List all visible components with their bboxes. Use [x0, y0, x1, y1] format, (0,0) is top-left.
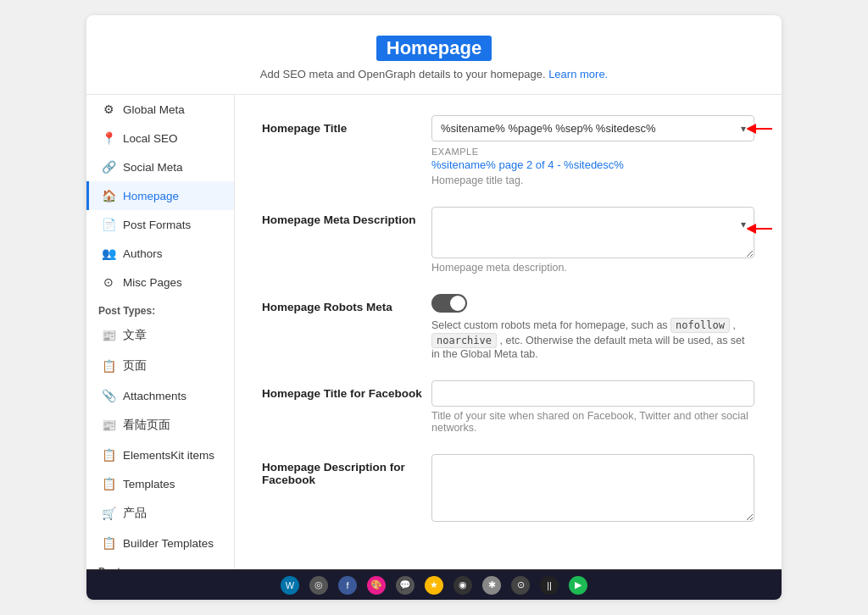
homepage-title-label: Homepage Title [262, 115, 431, 135]
sidebar-item-wenzhang[interactable]: 📰 文章 [86, 320, 234, 351]
noarchive-badge: noarchive [431, 333, 497, 348]
sidebar-label-kanlu: 看陆页面 [123, 418, 170, 433]
sidebar-label-wenzhang: 文章 [123, 328, 147, 343]
sidebar-label-attachments: Attachments [123, 390, 186, 402]
document-icon: 📄 [101, 218, 116, 231]
homepage-title-select-wrapper: ▾ [431, 115, 754, 141]
star-icon[interactable]: ★ [425, 576, 443, 595]
ring-icon[interactable]: ⊙ [511, 576, 530, 595]
sidebar-item-builder-templates[interactable]: 📋 Builder Templates [86, 529, 234, 557]
card-body: ⚙ Global Meta 📍 Local SEO 🔗 Social Meta … [86, 95, 782, 569]
sidebar-label-misc-pages: Misc Pages [123, 276, 182, 289]
homepage-meta-control: ▾ Homepage meta description. [431, 207, 754, 274]
sidebar-label-chanpin: 产品 [123, 506, 147, 521]
dot-icon[interactable]: ◉ [453, 576, 472, 595]
sidebar-label-builder-templates: Builder Templates [123, 537, 214, 550]
homepage-desc-facebook-label: Homepage Description for Facebook [262, 454, 431, 486]
arrow-svg-1 [747, 120, 782, 137]
example-value: %sitename% page 2 of 4 - %sitedesc% [431, 158, 754, 171]
homepage-robots-field-row: Homepage Robots Meta Select custom robot… [262, 294, 754, 360]
templates-icon: 📋 [101, 477, 116, 490]
robots-hint-before: Select custom robots meta for homepage, … [431, 319, 668, 331]
sidebar-item-templates[interactable]: 📋 Templates [86, 469, 234, 498]
homepage-desc-facebook-row: Homepage Description for Facebook [262, 454, 754, 525]
page-icon: 📋 [101, 359, 116, 373]
sidebar-label-authors: Authors [123, 247, 163, 260]
sidebar-item-local-seo[interactable]: 📍 Local SEO [86, 124, 234, 152]
main-card: Homepage Add SEO meta and OpenGraph deta… [86, 15, 782, 600]
sidebar-item-misc-pages[interactable]: ⊙ Misc Pages [86, 268, 234, 296]
sidebar-item-post-formats[interactable]: 📄 Post Formats [86, 210, 234, 239]
homepage-meta-select-wrapper: ▾ [431, 207, 754, 258]
arrow-annotation-1: 1 [747, 120, 782, 137]
arrow-annotation-2: 2 [747, 220, 782, 237]
homepage-title-facebook-row: Homepage Title for Facebook Title of you… [262, 380, 754, 434]
gear-icon: ⚙ [101, 102, 116, 116]
sidebar-label-templates: Templates [123, 478, 175, 490]
facebook-icon[interactable]: f [338, 576, 357, 595]
elementskit-icon: 📋 [101, 448, 116, 462]
post-section-label: Post: [86, 557, 234, 569]
builder-icon: 📋 [101, 536, 116, 550]
sidebar-item-authors[interactable]: 👥 Authors [86, 239, 234, 268]
sidebar-label-global-meta: Global Meta [123, 103, 185, 116]
sidebar-item-homepage[interactable]: 🏠 Homepage [86, 181, 234, 210]
nofollow-badge: nofollow [670, 318, 730, 333]
share-icon: 🔗 [101, 160, 116, 174]
users-icon: 👥 [101, 247, 116, 260]
location-icon: 📍 [101, 131, 116, 145]
homepage-title-facebook-label: Homepage Title for Facebook [262, 380, 431, 400]
home-icon: 🏠 [101, 189, 116, 202]
asterisk-icon[interactable]: ✱ [482, 576, 501, 595]
sidebar-label-yemian: 页面 [123, 358, 147, 374]
sidebar-item-global-meta[interactable]: ⚙ Global Meta [86, 95, 234, 124]
theme-icon[interactable]: 🎨 [367, 576, 386, 595]
robots-hint-between: , [732, 319, 735, 331]
homepage-desc-facebook-textarea[interactable] [431, 454, 754, 522]
sidebar-label-elementskit: ElementsKit items [123, 449, 214, 462]
homepage-title-facebook-hint: Title of your site when shared on Facebo… [431, 410, 754, 434]
homepage-robots-control: Select custom robots meta for homepage, … [431, 294, 754, 360]
sidebar-item-elementskit[interactable]: 📋 ElementsKit items [86, 440, 234, 469]
sidebar: ⚙ Global Meta 📍 Local SEO 🔗 Social Meta … [86, 95, 235, 569]
sidebar-label-local-seo: Local SEO [123, 132, 178, 145]
sidebar-item-attachments[interactable]: 📎 Attachments [86, 381, 234, 410]
sidebar-item-yemian[interactable]: 📋 页面 [86, 351, 234, 381]
circle-icon: ⊙ [101, 275, 116, 289]
homepage-title-facebook-control: Title of your site when shared on Facebo… [431, 380, 754, 434]
kanlu-icon: 📰 [101, 418, 116, 432]
sidebar-item-kanlu[interactable]: 📰 看陆页面 [86, 410, 234, 440]
bars-icon[interactable]: || [540, 576, 559, 595]
arrow-svg-2 [747, 220, 782, 237]
paperclip-icon: 📎 [101, 389, 116, 402]
homepage-meta-textarea[interactable] [431, 207, 754, 258]
chat-icon[interactable]: 💬 [396, 576, 415, 595]
sidebar-item-chanpin[interactable]: 🛒 产品 [86, 498, 234, 529]
example-label: EXAMPLE [431, 147, 754, 157]
content-area: Homepage Title ▾ EXAMPLE %sitename% page… [235, 95, 782, 569]
homepage-title-facebook-input[interactable] [431, 380, 754, 407]
homepage-robots-label: Homepage Robots Meta [262, 294, 431, 313]
homepage-title-field-row: Homepage Title ▾ EXAMPLE %sitename% page… [262, 115, 754, 186]
sidebar-label-post-formats: Post Formats [123, 219, 191, 231]
circle-icon[interactable]: ◎ [309, 576, 328, 595]
homepage-title-control: ▾ EXAMPLE %sitename% page 2 of 4 - %site… [431, 115, 754, 186]
robots-hint: Select custom robots meta for homepage, … [431, 318, 754, 360]
toggle-wrapper [431, 294, 754, 313]
news-icon: 📰 [101, 329, 116, 342]
homepage-meta-hint: Homepage meta description. [431, 262, 754, 274]
robots-meta-toggle[interactable] [431, 294, 467, 313]
homepage-title-input[interactable] [431, 115, 754, 141]
sidebar-label-homepage: Homepage [123, 190, 179, 202]
sidebar-item-social-meta[interactable]: 🔗 Social Meta [86, 152, 234, 181]
wp-icon[interactable]: W [281, 576, 299, 595]
toggle-knob [450, 296, 465, 311]
cart-icon: 🛒 [101, 507, 116, 520]
page-subtitle: Add SEO meta and OpenGraph details to yo… [103, 68, 765, 80]
sidebar-label-social-meta: Social Meta [123, 161, 183, 174]
learn-more-link[interactable]: Learn more. [548, 68, 608, 80]
homepage-meta-field-row: Homepage Meta Description ▾ Homepage met… [262, 207, 754, 274]
homepage-desc-facebook-control [431, 454, 754, 525]
play-icon[interactable]: ▶ [569, 576, 587, 595]
homepage-meta-label: Homepage Meta Description [262, 207, 431, 226]
